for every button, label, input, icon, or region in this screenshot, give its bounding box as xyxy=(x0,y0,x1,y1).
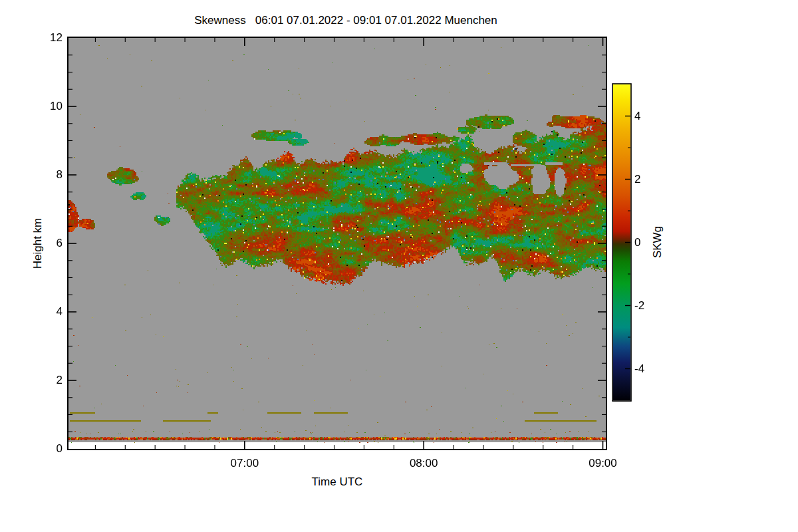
y-tick-label-12: 12 xyxy=(24,32,63,44)
y-tick-label-2: 2 xyxy=(24,374,63,386)
y-tick-label-6: 6 xyxy=(24,237,63,249)
colorbar-tick-label-2: 2 xyxy=(634,174,668,186)
colorbar-tick-label-4: 4 xyxy=(634,110,668,122)
y-tick-label-4: 4 xyxy=(24,306,63,318)
colorbar-gradient xyxy=(613,84,630,400)
y-tick-label-10: 10 xyxy=(24,100,63,112)
y-tick-label-0: 0 xyxy=(24,443,63,455)
skewness-time-height-figure: Skewness 06:01 07.01.2022 - 09:01 07.01.… xyxy=(0,0,798,532)
x-tick-label-08:00: 08:00 xyxy=(394,458,454,469)
plot-title: Skewness 06:01 07.01.2022 - 09:01 07.01.… xyxy=(68,14,623,27)
colorbar-tick-label--2: -2 xyxy=(634,300,668,312)
colorbar-tick-label-0: 0 xyxy=(634,237,668,249)
heatmap-plot-area xyxy=(68,38,606,449)
x-axis-label: Time UTC xyxy=(68,475,606,489)
colorbar-tick-label--4: -4 xyxy=(634,363,668,375)
x-tick-label-09:00: 09:00 xyxy=(573,458,633,469)
y-tick-label-8: 8 xyxy=(24,169,63,181)
x-tick-label-07:00: 07:00 xyxy=(215,458,275,469)
